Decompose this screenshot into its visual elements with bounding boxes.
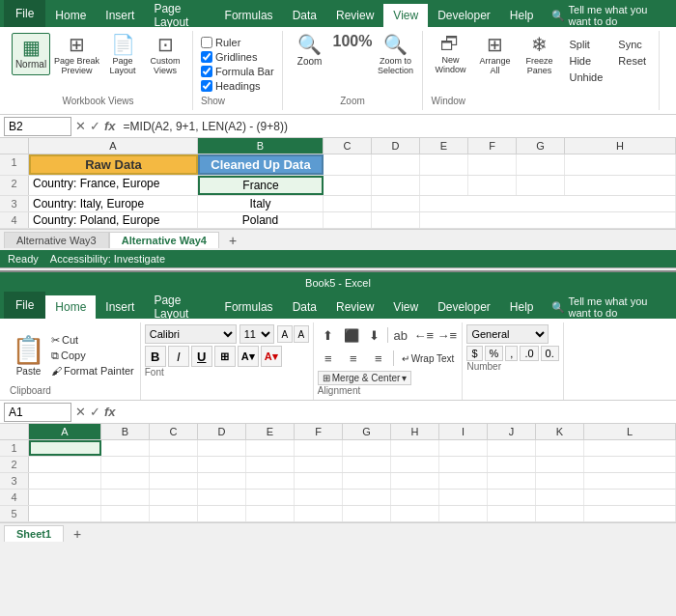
bottom-col-e[interactable]: E xyxy=(246,424,295,439)
bottom-cell-B5[interactable] xyxy=(101,506,150,521)
number-format-select[interactable]: General xyxy=(466,324,549,344)
indent-increase-button[interactable]: →≡ xyxy=(437,324,458,346)
bottom-cell-A4[interactable] xyxy=(29,490,101,505)
bottom-tell-me[interactable]: 🔍 Tell me what you want to do xyxy=(544,295,676,319)
sync-button[interactable]: Sync xyxy=(613,37,651,52)
bottom-cell-E5[interactable] xyxy=(246,506,295,521)
normal-view-button[interactable]: ▦ Normal xyxy=(12,33,50,75)
bottom-cell-D5[interactable] xyxy=(198,506,246,521)
cell-b2[interactable]: France xyxy=(198,176,324,195)
bottom-cell-F5[interactable] xyxy=(295,506,343,521)
bottom-cell-F3[interactable] xyxy=(295,473,343,489)
bottom-cell-I3[interactable] xyxy=(439,473,488,489)
add-sheet-button[interactable]: + xyxy=(223,233,242,248)
formula-bar-checkbox[interactable]: Formula Bar xyxy=(201,66,274,77)
increase-font-button[interactable]: A xyxy=(277,325,293,343)
bottom-tab-formulas[interactable]: Formulas xyxy=(215,295,283,319)
merge-center-button[interactable]: ⊞ Merge & Center ▾ xyxy=(318,371,412,385)
top-formula-input[interactable] xyxy=(120,120,672,133)
split-button[interactable]: Split xyxy=(564,37,607,52)
bottom-cell-I4[interactable] xyxy=(439,490,488,505)
top-tab-page-layout[interactable]: Page Layout xyxy=(144,4,214,27)
font-size-select[interactable]: 11 xyxy=(239,324,274,344)
bottom-cell-H3[interactable] xyxy=(391,473,439,489)
cell-e1[interactable] xyxy=(420,154,468,175)
cell-g2[interactable] xyxy=(517,176,565,195)
bottom-cell-A3[interactable] xyxy=(29,473,101,489)
bottom-cell-A1[interactable] xyxy=(29,440,101,456)
bottom-cell-D1[interactable] xyxy=(198,440,246,456)
bottom-cell-ref[interactable] xyxy=(4,403,71,422)
col-header-h[interactable]: H xyxy=(565,138,676,154)
bottom-cell-L2[interactable] xyxy=(584,457,676,472)
cell-g1[interactable] xyxy=(517,154,565,175)
cell-e2[interactable] xyxy=(420,176,468,195)
cell-c1[interactable] xyxy=(324,154,372,175)
bottom-cell-E1[interactable] xyxy=(246,440,295,456)
bottom-fx-icon[interactable]: fx xyxy=(104,405,116,419)
comma-button[interactable]: , xyxy=(505,346,518,361)
page-break-button[interactable]: ⊞ Page BreakPreview xyxy=(54,33,99,75)
bottom-col-g[interactable]: G xyxy=(343,424,391,439)
bottom-cell-K3[interactable] xyxy=(536,473,584,489)
bottom-cell-C5[interactable] xyxy=(150,506,198,521)
cell-b3[interactable]: Italy xyxy=(198,196,324,211)
top-tab-data[interactable]: Data xyxy=(283,4,326,27)
align-left-button[interactable]: ≡ xyxy=(318,348,339,369)
bottom-cell-K5[interactable] xyxy=(536,506,584,521)
bottom-add-sheet-button[interactable]: + xyxy=(68,526,87,542)
bottom-col-h[interactable]: H xyxy=(391,424,439,439)
top-tab-home[interactable]: Home xyxy=(45,4,96,27)
bottom-cell-D3[interactable] xyxy=(198,473,246,489)
font-color-button[interactable]: A▾ xyxy=(261,346,282,367)
bottom-col-b[interactable]: B xyxy=(101,424,150,439)
headings-check[interactable] xyxy=(201,80,212,92)
reset-button[interactable]: Reset xyxy=(613,53,651,69)
bold-button[interactable]: B xyxy=(145,346,166,367)
bottom-cell-L5[interactable] xyxy=(584,506,676,521)
italic-button[interactable]: I xyxy=(168,346,189,367)
freeze-panes-button[interactable]: ❄ FreezePanes xyxy=(520,33,558,75)
top-tab-view[interactable]: View xyxy=(383,4,428,27)
bottom-tab-help[interactable]: Help xyxy=(500,295,544,319)
zoom-selection-button[interactable]: 🔍 Zoom toSelection xyxy=(376,33,414,75)
bottom-col-k[interactable]: K xyxy=(536,424,584,439)
zoom-button[interactable]: 🔍 Zoom xyxy=(291,33,329,75)
bottom-cell-I5[interactable] xyxy=(439,506,488,521)
gridlines-check[interactable] xyxy=(201,51,212,63)
percent-button[interactable]: % xyxy=(485,346,504,361)
indent-decrease-button[interactable]: ←≡ xyxy=(413,324,435,346)
underline-button[interactable]: U xyxy=(191,346,212,367)
col-header-a[interactable]: A xyxy=(29,138,198,154)
bottom-cell-B2[interactable] xyxy=(101,457,150,472)
bottom-cell-K4[interactable] xyxy=(536,490,584,505)
hide-button[interactable]: Hide xyxy=(564,53,607,69)
bottom-tab-developer[interactable]: Developer xyxy=(428,295,500,319)
bottom-sheet-tab-sheet1[interactable]: Sheet1 xyxy=(4,525,64,542)
bottom-cell-H2[interactable] xyxy=(391,457,439,472)
bottom-cell-G2[interactable] xyxy=(343,457,391,472)
confirm-icon[interactable]: ✓ xyxy=(90,119,100,133)
cell-c3[interactable] xyxy=(324,196,372,211)
wrap-text-button[interactable]: ↵ Wrap Text xyxy=(398,352,459,365)
bottom-cell-B4[interactable] xyxy=(101,490,150,505)
cell-d2[interactable] xyxy=(372,176,420,195)
bottom-col-i[interactable]: I xyxy=(439,424,488,439)
align-center-button[interactable]: ≡ xyxy=(343,348,364,369)
bottom-cell-H4[interactable] xyxy=(391,490,439,505)
bottom-tab-file[interactable]: File xyxy=(4,292,45,319)
cell-f1[interactable] xyxy=(468,154,517,175)
cell-b1[interactable]: Cleaned Up Data xyxy=(198,154,324,175)
cell-rest-4[interactable] xyxy=(420,212,676,228)
bottom-col-f[interactable]: F xyxy=(295,424,343,439)
arrange-all-button[interactable]: ⊞ ArrangeAll xyxy=(475,33,514,75)
bottom-confirm-icon[interactable]: ✓ xyxy=(90,405,100,419)
cell-rest-3[interactable] xyxy=(420,196,676,211)
page-layout-button[interactable]: 📄 PageLayout xyxy=(103,33,142,75)
bottom-cell-F4[interactable] xyxy=(295,490,343,505)
bottom-col-c[interactable]: C xyxy=(150,424,198,439)
bottom-cancel-icon[interactable]: ✕ xyxy=(75,405,86,419)
decrease-font-button[interactable]: A xyxy=(294,325,309,343)
bottom-cell-D4[interactable] xyxy=(198,490,246,505)
bottom-col-j[interactable]: J xyxy=(488,424,536,439)
